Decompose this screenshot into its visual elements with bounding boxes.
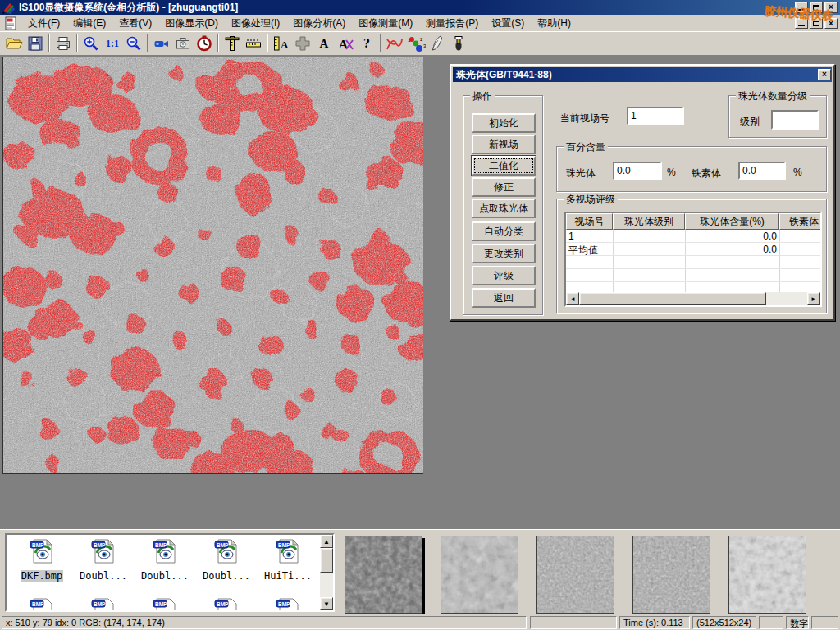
menu-edit[interactable]: 编辑(E) <box>66 15 112 32</box>
menu-image-measure[interactable]: 图像测量(M) <box>352 15 419 32</box>
file-name[interactable]: Doubl... <box>79 570 128 582</box>
help-button[interactable]: ? <box>356 34 377 53</box>
move-button[interactable] <box>292 34 313 53</box>
scrollbar-thumb[interactable] <box>579 292 766 305</box>
thumbnail-5[interactable] <box>728 536 806 614</box>
file-name[interactable]: Doubl... <box>140 570 189 582</box>
file-item[interactable]: BMP Doubl... <box>75 538 132 582</box>
timer-button[interactable] <box>194 34 215 53</box>
svg-text:BMP: BMP <box>94 542 106 548</box>
col-header-grade[interactable]: 珠光体级别 <box>613 213 685 230</box>
scroll-right-button[interactable]: ► <box>807 292 820 305</box>
child-restore-button[interactable] <box>810 18 823 29</box>
file-name[interactable]: Doubl... <box>202 570 251 582</box>
grade-input[interactable] <box>771 110 819 130</box>
menu-settings[interactable]: 设置(S) <box>485 15 531 32</box>
file-item[interactable]: BMP <box>75 597 132 612</box>
video-capture-button[interactable] <box>151 34 172 53</box>
print-button[interactable] <box>52 34 74 53</box>
table-row[interactable]: 1 0.0 <box>566 230 822 243</box>
menu-measure-report[interactable]: 测量报告(P) <box>419 15 485 32</box>
dialog-close-button[interactable]: × <box>818 69 831 80</box>
file-item[interactable]: BMP HuiTi... <box>259 538 317 582</box>
col-header-pearlite[interactable]: 珠光体含量(%) <box>685 213 779 230</box>
restore-button[interactable] <box>810 2 823 13</box>
thumbnail-3[interactable] <box>536 536 614 614</box>
col-header-ferrite[interactable]: 铁素体 <box>779 213 822 230</box>
return-button[interactable]: 返回 <box>472 288 536 308</box>
new-field-button[interactable]: 新视场 <box>472 135 536 154</box>
open-file-button[interactable] <box>3 34 25 53</box>
zoom-in-button[interactable] <box>80 34 102 53</box>
correct-button[interactable]: 修正 <box>472 177 536 197</box>
snapshot-button[interactable] <box>172 34 194 53</box>
file-item[interactable]: BMP <box>198 597 255 612</box>
curve-tool-button[interactable] <box>384 34 405 53</box>
one-to-one-icon: 1:1 <box>106 38 119 50</box>
scrollbar-track[interactable] <box>766 292 807 305</box>
child-minimize-button[interactable] <box>795 18 808 29</box>
micrograph-image[interactable] <box>2 57 423 474</box>
menu-file[interactable]: 文件(F) <box>21 15 66 32</box>
table-row[interactable]: 平均值 0.0 <box>566 243 822 256</box>
thumbnail-2[interactable] <box>441 536 518 614</box>
rate-button[interactable]: 评级 <box>472 266 536 285</box>
dialog-title-bar[interactable]: 珠光体(GB/T9441-88) <box>453 67 832 82</box>
scroll-left-button[interactable]: ◄ <box>566 292 579 305</box>
file-item[interactable]: BMP Doubl... <box>136 538 194 582</box>
pearlite-percent-input[interactable]: 0.0 <box>613 162 662 180</box>
camera-icon <box>174 34 192 52</box>
scrollbar-thumb[interactable] <box>320 548 333 573</box>
current-field-input[interactable]: 1 <box>627 107 684 125</box>
ferrite-percent-input[interactable]: 0.0 <box>738 162 786 180</box>
auto-classify-button[interactable]: 自动分类 <box>472 221 536 241</box>
scroll-up-button[interactable]: ▲ <box>320 535 333 548</box>
bmp-file-icon: BMP <box>275 538 301 564</box>
change-class-button[interactable]: 更改类别 <box>472 244 536 263</box>
brush-tool-button[interactable] <box>448 34 469 53</box>
status-bar: x: 510 y: 79 idx: 0 RGB: (174, 174, 174)… <box>0 614 840 630</box>
actual-size-button[interactable]: 1:1 <box>102 34 123 53</box>
file-item[interactable]: BMP DKF.bmp <box>13 538 71 582</box>
zoom-out-button[interactable] <box>123 34 144 53</box>
close-button[interactable]: × <box>824 2 838 13</box>
menu-help[interactable]: 帮助(H) <box>531 15 578 32</box>
menu-image-processing[interactable]: 图像处理(I) <box>225 15 286 32</box>
measure-distance-button[interactable] <box>243 34 264 53</box>
file-item[interactable]: BMP <box>136 597 194 612</box>
scroll-down-button[interactable]: ▼ <box>320 597 333 610</box>
child-close-button[interactable]: × <box>824 18 838 29</box>
grade-label: 级别 <box>740 115 760 129</box>
file-item[interactable]: BMP <box>13 597 71 612</box>
pick-pearlite-button[interactable]: 点取珠光体 <box>472 199 536 218</box>
initialize-button[interactable]: 初始化 <box>472 113 536 133</box>
save-icon <box>26 34 44 52</box>
pen-tool-button[interactable] <box>427 34 448 53</box>
menu-view[interactable]: 查看(V) <box>112 15 158 32</box>
menu-image-analysis[interactable]: 图像分析(A) <box>286 15 352 32</box>
mark-points-button[interactable]: 1 2 3 <box>405 34 427 53</box>
minimize-button[interactable] <box>795 2 808 13</box>
file-name[interactable]: DKF.bmp <box>21 570 64 582</box>
calibration-button[interactable]: A <box>271 34 292 53</box>
binarize-button[interactable]: 二值化 <box>472 156 536 176</box>
table-horizontal-scrollbar[interactable]: ◄ ► <box>566 292 820 305</box>
percent-group-label: 百分含量 <box>564 140 608 154</box>
delete-text-button[interactable]: A <box>335 34 356 53</box>
file-list-scrollbar[interactable]: ▲ ▼ <box>320 535 333 610</box>
add-text-button[interactable]: A <box>313 34 335 53</box>
file-item[interactable]: BMP Doubl... <box>198 538 255 582</box>
clock-icon <box>195 34 213 52</box>
file-list[interactable]: BMP DKF.bmp BMP Doubl... <box>5 533 335 612</box>
menu-image-display[interactable]: 图像显示(D) <box>158 15 225 32</box>
thumbnail-4[interactable] <box>632 536 710 614</box>
measure-length-button[interactable] <box>221 34 243 53</box>
app-icon <box>2 1 16 14</box>
window-controls: × <box>795 2 838 13</box>
file-item[interactable]: BMP <box>259 597 317 612</box>
thumbnail-1[interactable] <box>345 536 422 614</box>
save-button[interactable] <box>25 34 46 53</box>
file-name[interactable]: HuiTi... <box>263 570 313 582</box>
help-icon: ? <box>363 36 370 51</box>
col-header-field[interactable]: 视场号 <box>566 213 613 230</box>
